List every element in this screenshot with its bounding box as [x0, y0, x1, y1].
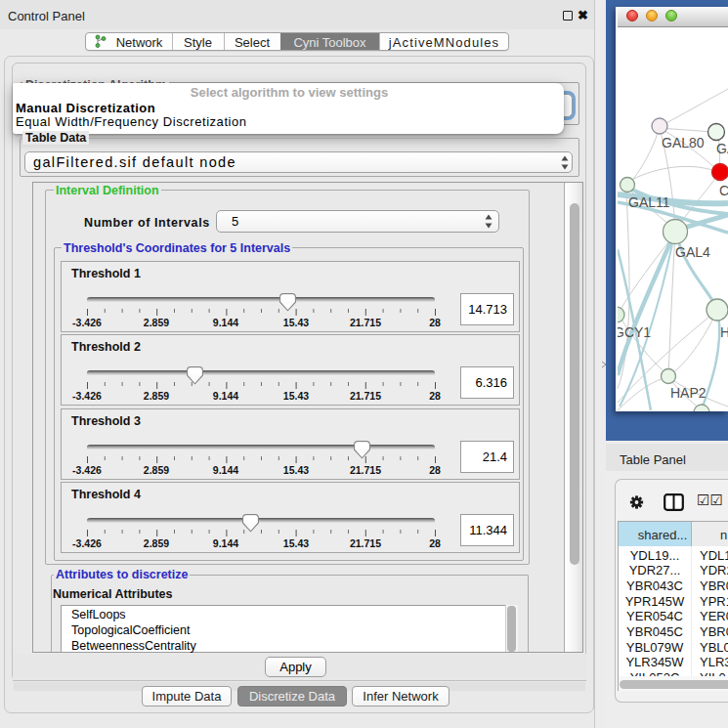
- svg-text:GAL80: GAL80: [662, 135, 705, 150]
- svg-text:GAL11: GAL11: [628, 194, 670, 210]
- svg-text:GA: GA: [716, 141, 728, 156]
- svg-text:H: H: [720, 324, 728, 340]
- svg-text:GCY1: GCY1: [618, 324, 651, 340]
- svg-text:GAL4: GAL4: [675, 244, 710, 260]
- svg-text:C: C: [719, 183, 728, 198]
- svg-text:HAP2: HAP2: [670, 385, 707, 401]
